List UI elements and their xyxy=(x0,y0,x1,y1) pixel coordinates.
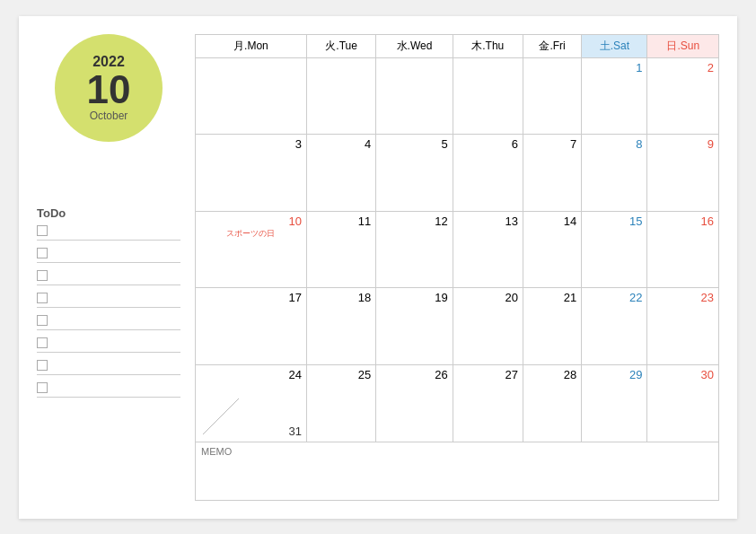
day-cell: 7 xyxy=(523,135,581,212)
day-cell: 28 xyxy=(523,365,581,442)
day-cell: 14 xyxy=(523,211,581,288)
day-cell: 19 xyxy=(376,288,453,365)
todo-item xyxy=(37,248,180,263)
todo-item xyxy=(37,270,180,285)
holiday-label: スポーツの日 xyxy=(200,228,302,240)
todo-title: ToDo xyxy=(37,206,180,220)
day-cell xyxy=(196,57,307,135)
week-row-5: 24 31 25 26 27 28 29 30 xyxy=(196,365,719,442)
day-cell-24-31: 24 31 xyxy=(196,365,307,442)
todo-checkbox-6[interactable] xyxy=(37,337,48,348)
day-cell xyxy=(523,57,581,135)
col-sat: 土.Sat xyxy=(582,34,647,57)
col-thu: 木.Thu xyxy=(453,34,523,57)
page: 2022 10 October ToDo xyxy=(19,16,737,519)
day-cell-sat: 1 xyxy=(582,57,647,135)
day-cell xyxy=(306,57,375,135)
day-cell-holiday: 10 スポーツの日 xyxy=(196,211,307,288)
day-cell: 12 xyxy=(376,211,453,288)
todo-item xyxy=(37,360,180,375)
todo-checkbox-5[interactable] xyxy=(37,315,48,326)
calendar-section: 月.Mon 火.Tue 水.Wed 木.Thu 金.Fri 土.Sat 日.Su… xyxy=(195,34,719,501)
calendar-header-row: 月.Mon 火.Tue 水.Wed 木.Thu 金.Fri 土.Sat 日.Su… xyxy=(196,34,719,57)
day-cell: 3 xyxy=(196,135,307,212)
day-cell: 6 xyxy=(453,135,523,212)
day-cell: 11 xyxy=(306,211,375,288)
left-panel: 2022 10 October ToDo xyxy=(37,34,180,501)
day-cell: 26 xyxy=(376,365,453,442)
day-cell xyxy=(376,57,453,135)
memo-row: MEMO xyxy=(196,442,719,500)
todo-section: ToDo xyxy=(37,206,180,405)
month-number: 10 xyxy=(87,70,131,109)
todo-item xyxy=(37,225,180,241)
week-row-2: 3 4 5 6 7 8 9 xyxy=(196,135,719,212)
day-cell: 13 xyxy=(453,211,523,288)
day-31: 31 xyxy=(288,425,301,438)
todo-checkbox-7[interactable] xyxy=(37,360,48,371)
todo-item xyxy=(37,293,180,308)
day-cell-sun: 23 xyxy=(647,288,719,365)
todo-checkbox-2[interactable] xyxy=(37,248,48,258)
day-cell: 4 xyxy=(306,135,375,212)
col-tue: 火.Tue xyxy=(306,34,375,57)
day-cell-sun: 16 xyxy=(647,211,719,288)
col-sun: 日.Sun xyxy=(647,34,719,57)
slash-divider xyxy=(203,398,239,434)
todo-item xyxy=(37,315,180,330)
day-cell-sun: 30 xyxy=(647,365,719,442)
todo-item xyxy=(37,382,180,398)
day-cell-sat: 22 xyxy=(582,288,647,365)
month-circle: 2022 10 October xyxy=(55,34,163,142)
day-cell: 25 xyxy=(306,365,375,442)
day-cell: 5 xyxy=(376,135,453,212)
day-cell: 18 xyxy=(306,288,375,365)
memo-label: MEMO xyxy=(201,446,232,457)
todo-checkbox-1[interactable] xyxy=(37,225,48,236)
calendar-table: 月.Mon 火.Tue 水.Wed 木.Thu 金.Fri 土.Sat 日.Su… xyxy=(195,34,719,501)
todo-checkbox-4[interactable] xyxy=(37,293,48,303)
day-cell: 21 xyxy=(523,288,581,365)
todo-checkbox-8[interactable] xyxy=(37,382,48,393)
week-row-3: 10 スポーツの日 11 12 13 14 15 16 xyxy=(196,211,719,288)
col-wed: 水.Wed xyxy=(376,34,453,57)
day-cell: 20 xyxy=(453,288,523,365)
day-cell: 27 xyxy=(453,365,523,442)
todo-item xyxy=(37,337,180,353)
day-cell-sat: 15 xyxy=(582,211,647,288)
month-name: October xyxy=(90,109,128,122)
week-row-4: 17 18 19 20 21 22 23 xyxy=(196,288,719,365)
day-cell-sat: 29 xyxy=(582,365,647,442)
col-fri: 金.Fri xyxy=(523,34,581,57)
week-row-1: 1 2 xyxy=(196,57,719,135)
svg-line-0 xyxy=(203,398,239,434)
day-cell xyxy=(453,57,523,135)
memo-cell: MEMO xyxy=(196,442,719,500)
day-cell: 17 xyxy=(196,288,307,365)
day-cell-sat: 8 xyxy=(582,135,647,212)
day-cell-sun: 9 xyxy=(647,135,719,212)
todo-checkbox-3[interactable] xyxy=(37,270,48,281)
day-cell-sun: 2 xyxy=(647,57,719,135)
col-mon: 月.Mon xyxy=(196,34,307,57)
